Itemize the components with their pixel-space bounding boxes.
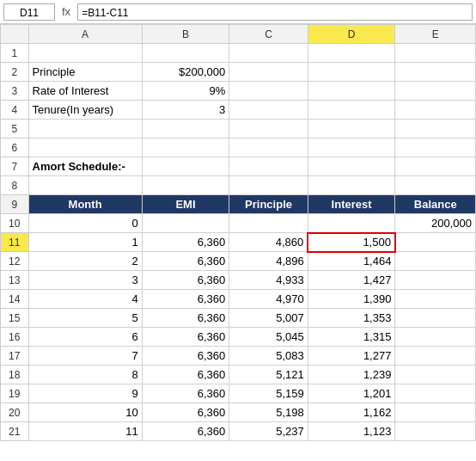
cell-d4[interactable]	[308, 101, 395, 120]
cell-d21[interactable]: 1,123	[308, 422, 395, 441]
cell-d14[interactable]: 1,390	[308, 290, 395, 309]
cell-a7[interactable]: Amort Schedule:-	[28, 157, 142, 176]
cell-d15[interactable]: 1,353	[308, 309, 395, 328]
cell-b16[interactable]: 6,360	[142, 328, 229, 347]
cell-c7[interactable]	[229, 157, 308, 176]
cell-e3[interactable]	[395, 82, 476, 101]
cell-b20[interactable]: 6,360	[142, 403, 229, 422]
col-header-e[interactable]: E	[395, 25, 476, 44]
cell-c18[interactable]: 5,121	[229, 366, 308, 384]
cell-c19[interactable]: 5,159	[229, 384, 308, 403]
cell-a21[interactable]: 11	[28, 422, 142, 441]
cell-c20[interactable]: 5,198	[229, 403, 308, 422]
cell-d7[interactable]	[308, 157, 395, 176]
cell-c21[interactable]: 5,237	[229, 422, 308, 441]
cell-b12[interactable]: 6,360	[142, 252, 229, 271]
cell-c3[interactable]	[229, 82, 308, 101]
cell-b14[interactable]: 6,360	[142, 290, 229, 309]
cell-e1[interactable]	[395, 44, 476, 63]
cell-b5[interactable]	[142, 120, 229, 138]
cell-a4[interactable]: Tenure(In years)	[28, 101, 142, 120]
cell-b13[interactable]: 6,360	[142, 271, 229, 290]
col-header-a[interactable]: A	[28, 25, 142, 44]
cell-a6[interactable]	[28, 138, 142, 157]
cell-d10[interactable]	[308, 214, 395, 233]
cell-a3[interactable]: Rate of Interest	[28, 82, 142, 101]
cell-a20[interactable]: 10	[28, 403, 142, 422]
cell-c2[interactable]	[229, 63, 308, 82]
cell-b10[interactable]	[142, 214, 229, 233]
cell-c10[interactable]	[229, 214, 308, 233]
cell-c8[interactable]	[229, 176, 308, 195]
cell-e2[interactable]	[395, 63, 476, 82]
cell-e4[interactable]	[395, 101, 476, 120]
cell-a19[interactable]: 9	[28, 384, 142, 403]
cell-e8[interactable]	[395, 176, 476, 195]
cell-a12[interactable]: 2	[28, 252, 142, 271]
cell-a8[interactable]	[28, 176, 142, 195]
cell-d1[interactable]	[308, 44, 395, 63]
cell-b7[interactable]	[142, 157, 229, 176]
col-header-c[interactable]: C	[229, 25, 308, 44]
cell-d13[interactable]: 1,427	[308, 271, 395, 290]
cell-a17[interactable]: 7	[28, 347, 142, 366]
cell-d20[interactable]: 1,162	[308, 403, 395, 422]
cell-e13[interactable]	[395, 271, 476, 290]
cell-e5[interactable]	[395, 120, 476, 138]
cell-d3[interactable]	[308, 82, 395, 101]
cell-e21[interactable]	[395, 422, 476, 441]
cell-b1[interactable]	[142, 44, 229, 63]
cell-b3[interactable]: 9%	[142, 82, 229, 101]
cell-b15[interactable]: 6,360	[142, 309, 229, 328]
col-header-d[interactable]: D	[308, 25, 395, 44]
cell-a2[interactable]: Principle	[28, 63, 142, 82]
cell-b2[interactable]: $200,000	[142, 63, 229, 82]
cell-b11[interactable]: 6,360	[142, 233, 229, 252]
cell-c1[interactable]	[229, 44, 308, 63]
cell-c6[interactable]	[229, 138, 308, 157]
cell-e6[interactable]	[395, 138, 476, 157]
cell-e20[interactable]	[395, 403, 476, 422]
cell-c14[interactable]: 4,970	[229, 290, 308, 309]
cell-a1[interactable]	[28, 44, 142, 63]
cell-c12[interactable]: 4,896	[229, 252, 308, 271]
cell-a13[interactable]: 3	[28, 271, 142, 290]
cell-b21[interactable]: 6,360	[142, 422, 229, 441]
cell-c13[interactable]: 4,933	[229, 271, 308, 290]
cell-e7[interactable]	[395, 157, 476, 176]
cell-b19[interactable]: 6,360	[142, 384, 229, 403]
cell-b4[interactable]: 3	[142, 101, 229, 120]
cell-d6[interactable]	[308, 138, 395, 157]
cell-d19[interactable]: 1,201	[308, 384, 395, 403]
cell-e18[interactable]	[395, 366, 476, 384]
cell-c17[interactable]: 5,083	[229, 347, 308, 366]
cell-c11[interactable]: 4,860	[229, 233, 308, 252]
cell-d2[interactable]	[308, 63, 395, 82]
cell-reference-box[interactable]: D11	[3, 3, 55, 21]
cell-c15[interactable]: 5,007	[229, 309, 308, 328]
cell-e19[interactable]	[395, 384, 476, 403]
cell-d11[interactable]: 1,500	[308, 233, 395, 252]
cell-e11[interactable]	[395, 233, 476, 252]
cell-c5[interactable]	[229, 120, 308, 138]
cell-c4[interactable]	[229, 101, 308, 120]
cell-d16[interactable]: 1,315	[308, 328, 395, 347]
col-header-b[interactable]: B	[142, 25, 229, 44]
cell-a14[interactable]: 4	[28, 290, 142, 309]
cell-b8[interactable]	[142, 176, 229, 195]
cell-b18[interactable]: 6,360	[142, 366, 229, 384]
cell-a16[interactable]: 6	[28, 328, 142, 347]
cell-b6[interactable]	[142, 138, 229, 157]
cell-d8[interactable]	[308, 176, 395, 195]
cell-a15[interactable]: 5	[28, 309, 142, 328]
cell-a5[interactable]	[28, 120, 142, 138]
cell-c16[interactable]: 5,045	[229, 328, 308, 347]
cell-d5[interactable]	[308, 120, 395, 138]
cell-e12[interactable]	[395, 252, 476, 271]
cell-b17[interactable]: 6,360	[142, 347, 229, 366]
cell-e14[interactable]	[395, 290, 476, 309]
cell-e10[interactable]: 200,000	[395, 214, 476, 233]
cell-d17[interactable]: 1,277	[308, 347, 395, 366]
cell-e16[interactable]	[395, 328, 476, 347]
cell-d18[interactable]: 1,239	[308, 366, 395, 384]
